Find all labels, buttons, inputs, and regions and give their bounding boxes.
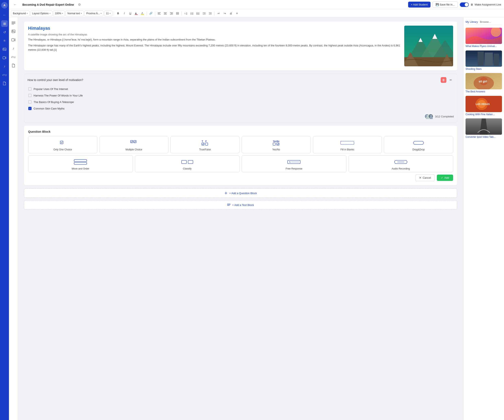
tool-formula-icon[interactable]: x²+y <box>10 54 17 60</box>
qblock-audio-recording[interactable]: Audio Recording <box>348 155 453 172</box>
choice-3[interactable]: The Basics Of Buying A Telescope <box>27 99 454 105</box>
choice-1[interactable]: Popular Uses Of The Internet <box>27 86 454 92</box>
undo-button[interactable]: ↩ <box>216 11 221 16</box>
qblock-free-response[interactable]: Free Response <box>242 155 347 172</box>
add-text-block-button[interactable]: + Add a Text Block <box>24 200 457 210</box>
sidebar-icon-home[interactable]: ⊞ <box>1 20 8 27</box>
question-block-selector: Question Block Only One Choice <box>24 126 457 185</box>
sidebar-icon-image[interactable] <box>1 46 8 53</box>
layout-options-select[interactable]: Layout Options ▾ <box>30 11 52 16</box>
sidebar-icon-formula[interactable]: x²+y <box>1 72 8 78</box>
qblock-yes-no[interactable]: Yes No Yes/No <box>242 136 311 153</box>
checkbox-4[interactable]: ✓ <box>28 107 31 110</box>
align-left-button[interactable] <box>156 11 162 16</box>
font-size-select[interactable]: 11 ▾ <box>104 11 112 16</box>
live-toggle-label: Make Assignemnt Live <box>475 3 501 6</box>
justify-button[interactable] <box>175 11 180 16</box>
underline-button[interactable]: U <box>128 11 133 16</box>
sidebar-icon-refresh[interactable]: ↺ <box>1 29 8 35</box>
my-library-tab[interactable]: My Library <box>466 20 478 24</box>
fill-in-blanks-label: Fill in Blanks <box>341 148 354 151</box>
back-button[interactable]: ← <box>12 1 18 8</box>
indent-increase-button[interactable] <box>208 11 213 16</box>
library-item-5[interactable]: Converter Ipod Video Taki... <box>466 118 502 139</box>
himalayas-para2: The Himalayan range has many of the Eart… <box>28 44 400 52</box>
sidebar-icon-music[interactable]: ♪ <box>1 63 8 70</box>
tool-image-icon[interactable] <box>10 28 17 35</box>
sidebar-icon-back[interactable]: ← <box>1 12 8 18</box>
avatar-group <box>424 114 433 119</box>
add-question-block-button[interactable]: + Add a Question Block <box>24 189 457 198</box>
align-right-button[interactable] <box>169 11 174 16</box>
browse-tab[interactable]: Browse... <box>480 20 491 24</box>
add-text-block-label: + Add a Text Block <box>232 203 254 207</box>
library-item-2[interactable]: Shooting Stars <box>466 50 502 71</box>
unordered-list-2-button[interactable] <box>195 11 201 16</box>
svg-rect-75 <box>182 160 186 164</box>
cancel-button[interactable]: ✕ ✕ Cancel Cancel <box>415 174 435 181</box>
qblock-drag-drop[interactable]: Drag&Drop <box>384 136 453 153</box>
checkbox-3[interactable] <box>28 100 31 104</box>
tool-music-icon[interactable]: ♪ <box>10 45 17 52</box>
live-toggle-group: 🖥 Make Assignemnt Live <box>460 2 501 7</box>
highlight-button[interactable] <box>140 11 145 16</box>
qblock-move-order[interactable]: Move and Order <box>28 155 133 172</box>
qblock-multiple-choice[interactable]: Multiple Choice <box>99 136 168 153</box>
settings-gear-icon[interactable]: ⚙ <box>78 3 81 6</box>
tool-text-icon[interactable] <box>10 19 17 26</box>
library-item-1[interactable]: What Makes Flyers Unrival... <box>466 28 502 48</box>
avatar-2 <box>428 114 433 119</box>
tool-file-icon[interactable] <box>10 62 17 69</box>
svg-text:No: No <box>277 140 279 142</box>
tool-video-icon[interactable] <box>10 37 17 43</box>
svg-text:LAS VEGAS: LAS VEGAS <box>476 103 490 106</box>
italic-button[interactable]: I <box>121 11 127 16</box>
layout-chevron-icon: ▾ <box>49 12 50 14</box>
choice-4[interactable]: ✓ Common Skin Care Myths <box>27 105 454 112</box>
sidebar-icon-video[interactable] <box>1 54 8 61</box>
qblock-classify[interactable]: Classify <box>135 155 240 172</box>
qblock-only-one-choice[interactable]: Only One Choice <box>28 136 97 153</box>
topbar: ← Becoming A Dvd Repair Expert Online ⚙ … <box>9 0 504 9</box>
checkbox-2[interactable] <box>28 94 31 97</box>
bold-button[interactable]: B <box>115 11 121 16</box>
more-button[interactable]: ≡ <box>234 11 240 16</box>
zoom-select[interactable]: 100% ▾ <box>53 11 65 16</box>
cancel-x-icon: ✕ <box>419 176 421 179</box>
add-student-button[interactable]: + Add Student <box>408 2 431 7</box>
zoom-chevron-icon: ▾ <box>62 12 63 14</box>
editor-area[interactable]: Himalayas A satellite image showing the … <box>18 18 463 420</box>
text-style-select[interactable]: Normal text ▾ <box>66 11 84 16</box>
library-item-3[interactable]: sit girl The Best Answers <box>466 73 502 93</box>
edit-question-button[interactable]: ✏ <box>448 77 454 83</box>
qblock-fill-in-blanks[interactable]: Fill in Blanks <box>313 136 382 153</box>
indent-decrease-button[interactable] <box>202 11 207 16</box>
text-color-button[interactable]: A <box>134 11 139 16</box>
himalayas-caption: A satellite image showing the arc of the… <box>28 33 400 36</box>
sidebar-icon-file[interactable] <box>1 80 8 87</box>
link-button[interactable]: 🔗 <box>148 11 153 16</box>
font-select[interactable]: Proxima N... ▾ <box>84 11 103 16</box>
unordered-list-button[interactable] <box>189 11 195 16</box>
qblock-true-false[interactable]: T F True/False <box>170 136 240 153</box>
save-file-button[interactable]: 💾 Save file in... <box>432 1 458 8</box>
sidebar-icon-list[interactable]: ≡ <box>1 37 8 44</box>
logo[interactable]: A <box>1 2 8 9</box>
align-center-button[interactable] <box>163 11 168 16</box>
move-order-label: Move and Order <box>72 167 89 170</box>
free-response-label: Free Response <box>286 167 302 170</box>
choice-2[interactable]: Harness The Power Of Words In Your Life <box>27 92 454 99</box>
live-toggle-switch[interactable] <box>460 2 469 7</box>
ordered-list-button[interactable]: 1. <box>183 11 188 16</box>
toolbar-separator-3 <box>155 12 155 15</box>
checkbox-1[interactable] <box>28 87 31 91</box>
background-select[interactable]: Background ▾ <box>11 11 30 16</box>
library-item-4[interactable]: LAS VEGAS Cooking With Fine Italian... <box>466 96 502 116</box>
redo-button[interactable]: ↪ <box>222 11 227 16</box>
document-title: Becoming A Dvd Repair Expert Online <box>22 3 74 6</box>
add-button[interactable]: ✓ Add <box>437 175 453 181</box>
delete-question-button[interactable]: 🗑 <box>441 77 446 83</box>
multiple-choice-label: Multiple Choice <box>125 148 142 151</box>
yes-no-icon: Yes No <box>273 139 280 147</box>
print-button[interactable]: 🖨 <box>228 11 234 16</box>
